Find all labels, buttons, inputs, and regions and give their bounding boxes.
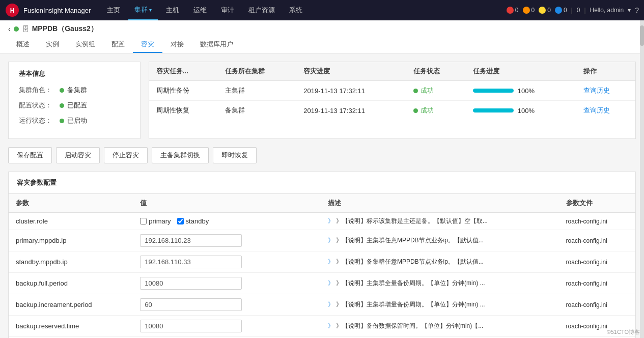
user-menu-arrow: ▾ (628, 7, 631, 14)
col-value: 值 (133, 194, 321, 213)
input-standby-ip[interactable] (140, 256, 242, 268)
help-icon[interactable]: ? (635, 6, 639, 14)
table-row: 周期性恢复 备集群 2019-11-13 17:32:11 成功 (149, 101, 635, 121)
param-name-cluster-role: cluster.role (9, 213, 133, 230)
tab-disaster-recovery[interactable]: 容灾 (133, 37, 162, 53)
task-action-2[interactable]: 查询历史 (576, 101, 635, 121)
progress-bar-fill-2 (473, 108, 514, 112)
alert-minor-count: 0 (547, 7, 551, 14)
input-backup-inc[interactable] (140, 298, 242, 311)
tab-instance-group[interactable]: 实例组 (67, 37, 103, 53)
config-row-cluster-role: cluster.role primary standby (9, 213, 635, 230)
tab-overview[interactable]: 概述 (8, 37, 38, 53)
start-disaster-button[interactable]: 启动容灾 (56, 147, 100, 163)
switch-cluster-button[interactable]: 主备集群切换 (152, 147, 209, 163)
input-backup-full[interactable] (140, 277, 242, 290)
svg-text:H: H (10, 7, 15, 14)
alert-info-icon (555, 7, 562, 14)
checkbox-standby-input[interactable] (177, 218, 184, 224)
nav-item-host[interactable]: 主机 (160, 0, 185, 20)
task-time-1: 2019-11-13 17:32:11 (296, 81, 406, 101)
checkbox-primary-label: primary (149, 217, 171, 225)
nav-item-home[interactable]: 主页 (101, 0, 126, 20)
database-icon: 🗄 (22, 25, 29, 33)
checkbox-standby-label: standby (186, 217, 209, 225)
progress-percent: 100% (518, 87, 535, 95)
nav-item-ops[interactable]: 运维 (187, 0, 213, 20)
instant-restore-button[interactable]: 即时恢复 (213, 147, 257, 163)
back-button[interactable]: ‹ (8, 25, 11, 33)
progress-bar-bg (473, 89, 514, 93)
checkbox-primary[interactable]: primary (140, 217, 171, 225)
param-desc-backup-full: 》》【说明】主集群全量备份周期。【单位】分钟(min) ... (321, 273, 559, 294)
tab-config[interactable]: 配置 (103, 37, 133, 53)
tab-connect[interactable]: 对接 (162, 37, 192, 53)
col-file: 参数文件 (559, 194, 635, 213)
tab-db-user[interactable]: 数据库用户 (192, 37, 241, 53)
save-config-button[interactable]: 保存配置 (8, 147, 52, 163)
param-value-standby-ip[interactable] (133, 251, 321, 273)
logo-area: H FusionInsight Manager (5, 3, 91, 17)
cluster-role-dot (60, 88, 64, 93)
config-status-row: 配置状态： 已配置 (19, 101, 130, 110)
stop-disaster-button[interactable]: 停止容灾 (104, 147, 148, 163)
param-value-backup-reserved[interactable] (133, 316, 321, 337)
nav-item-tenant[interactable]: 租户资源 (242, 0, 281, 20)
task-time-2: 2019-11-13 17:32:11 (296, 101, 406, 121)
topnav-right-area: 0 0 0 0 | 0 | Hello, admin ▾ ? (507, 6, 639, 14)
config-status-dot (60, 103, 64, 108)
brand-name: FusionInsight Manager (23, 7, 91, 14)
page-scrollbar[interactable] (640, 20, 644, 338)
screen-count: 0 (577, 7, 580, 14)
success-dot (413, 89, 418, 93)
config-table: 参数 值 描述 参数文件 cluster.role primary (9, 194, 635, 338)
query-history-link-2[interactable]: 查询历史 (583, 106, 610, 114)
config-row-backup-inc-period: backup.increament.period 》》【说明】主集群增量备份周期… (9, 294, 635, 316)
top-navigation: H FusionInsight Manager 主页 集群 ▾ 主机 运维 审计… (0, 0, 644, 20)
badge-blue-item: 0 (555, 7, 567, 14)
param-value-primary-ip[interactable] (133, 230, 321, 251)
alert-info-count: 0 (564, 7, 567, 14)
col-progress: 任务进度 (466, 62, 576, 81)
task-name-2: 周期性恢复 (149, 101, 218, 121)
cluster-role-row: 集群角色： 备集群 (19, 86, 130, 95)
param-desc-backup-reserved: 》》【说明】备份数据保留时间。【单位】分钟(min)【... (321, 316, 559, 337)
col-action: 操作 (576, 62, 635, 81)
param-file-backup-inc: roach-config.ini (559, 294, 635, 316)
scrollbar-thumb[interactable] (640, 25, 644, 46)
desc-arrow-4: 》 (328, 279, 334, 287)
input-primary-ip[interactable] (140, 234, 242, 247)
task-action-1[interactable]: 查询历史 (576, 81, 635, 101)
badge-yellow-item: 0 (539, 7, 551, 14)
config-status-label: 配置状态： (19, 101, 60, 110)
task-status-1: 成功 (406, 81, 465, 101)
checkbox-primary-input[interactable] (140, 218, 147, 224)
input-backup-reserved[interactable] (140, 320, 242, 332)
success-dot-2 (413, 108, 418, 113)
param-desc-cluster-role: 》》【说明】标示该集群是主还是备。【默认值】空【取... (321, 213, 559, 230)
cluster-role-label: 集群角色： (19, 86, 60, 95)
task-cluster-2: 备集群 (218, 101, 296, 121)
config-row-backup-full-period: backup.full.period 》》【说明】主集群全量备份周期。【单位】分… (9, 273, 635, 294)
nav-item-cluster[interactable]: 集群 ▾ (128, 0, 158, 20)
separator: | (571, 7, 573, 14)
param-value-backup-full[interactable] (133, 273, 321, 294)
nav-item-system[interactable]: 系统 (283, 0, 309, 20)
run-status-dot (60, 119, 64, 123)
config-row-primary-ip: primary.mppdb.ip 》》【说明】主集群任意MPPDB节点业务ip。… (9, 230, 635, 251)
alert-major-icon (523, 7, 530, 14)
nav-item-audit[interactable]: 审计 (215, 0, 240, 20)
checkbox-standby[interactable]: standby (177, 217, 209, 225)
alert-minor-icon (539, 7, 546, 14)
user-menu[interactable]: Hello, admin (590, 7, 624, 14)
query-history-link-1[interactable]: 查询历史 (583, 87, 610, 94)
param-value-backup-inc[interactable] (133, 294, 321, 316)
task-table: 容灾任务... 任务所在集群 容灾进度 任务状态 任务进度 操作 周期性备份 主… (149, 62, 635, 120)
param-desc-backup-inc: 》》【说明】主集群增量备份周期。【单位】分钟(min) ... (321, 294, 559, 316)
config-row-standby-ip: standby.mppdb.ip 》》【说明】备集群任意MPPDB节点业务ip。… (9, 251, 635, 273)
tab-instance[interactable]: 实例 (38, 37, 67, 53)
col-status: 任务状态 (406, 62, 465, 81)
desc-arrow-3: 》 (328, 258, 334, 265)
huawei-logo-icon: H (5, 3, 19, 17)
status-text: 成功 (421, 86, 434, 95)
